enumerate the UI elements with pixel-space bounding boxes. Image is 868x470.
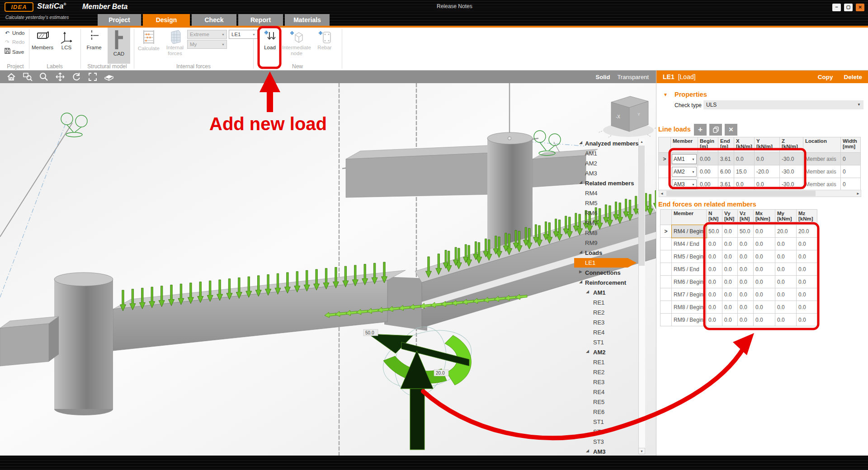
member-cell[interactable]: RM8 / Begin xyxy=(672,301,707,314)
y-load-cell[interactable]: -20.0 xyxy=(755,165,780,178)
member-dropdown[interactable]: AM3▼ xyxy=(672,179,697,189)
zoom-icon[interactable] xyxy=(39,72,49,82)
vy-cell[interactable]: 0.0 xyxy=(722,238,738,250)
tree-item-re5[interactable]: RE5 xyxy=(593,397,604,407)
n-cell[interactable]: 0.0 xyxy=(707,263,722,276)
member-dropdown[interactable]: AM2▼ xyxy=(672,167,697,177)
redo-button[interactable]: ↷Redo xyxy=(4,39,25,47)
home-icon[interactable] xyxy=(6,72,16,82)
n-cell[interactable]: 0.0 xyxy=(707,250,722,263)
z-load-cell[interactable]: -30.0 xyxy=(780,178,803,191)
width-cell[interactable]: 0 xyxy=(841,153,861,165)
add-line-load-button[interactable]: + xyxy=(694,124,707,136)
row-selector[interactable] xyxy=(660,238,672,250)
scroll-right-icon[interactable]: ► xyxy=(856,192,860,196)
member-dropdown[interactable]: AM1▼ xyxy=(672,154,697,164)
member-cell[interactable]: RM4 / End xyxy=(672,238,707,250)
vy-cell[interactable]: 0.0 xyxy=(722,250,738,263)
scrollbar-thumb[interactable] xyxy=(639,146,645,266)
add-load-button[interactable]: Load xyxy=(259,29,281,51)
width-cell[interactable]: 0 xyxy=(841,178,861,191)
save-button[interactable]: Save xyxy=(4,48,24,56)
vz-cell[interactable]: 0.0 xyxy=(738,250,754,263)
mx-cell[interactable]: 0.0 xyxy=(754,225,775,238)
row-selector[interactable] xyxy=(659,178,671,191)
tab-report[interactable]: Report xyxy=(238,14,283,26)
tab-design[interactable]: Design xyxy=(143,14,190,26)
tree-item-am3[interactable]: AM3 xyxy=(585,169,597,178)
begin-cell[interactable]: 0.00 xyxy=(698,165,718,178)
location-cell[interactable]: Member axis xyxy=(803,153,841,165)
collapse-triangle-icon[interactable]: ▼ xyxy=(663,92,668,97)
vy-cell[interactable]: 0.0 xyxy=(722,225,738,238)
member-cell[interactable]: RM7 / Begin xyxy=(672,288,707,301)
row-selector[interactable] xyxy=(660,288,672,301)
tree-item-related-members[interactable]: Related members xyxy=(585,179,634,188)
table-row[interactable]: RM7 / Begin0.00.00.00.00.00.0 xyxy=(660,288,817,301)
zoom-window-icon[interactable] xyxy=(23,72,33,82)
tree-item-am1[interactable]: AM1 xyxy=(593,288,605,297)
copy-button[interactable]: Copy xyxy=(818,74,833,80)
vz-cell[interactable]: 50.0 xyxy=(738,225,754,238)
mx-cell[interactable]: 0.0 xyxy=(754,288,775,301)
viewport-3d[interactable]: 50.0 20.0 -X Y xyxy=(0,83,656,456)
scroll-up-icon[interactable]: ▲ xyxy=(638,139,645,145)
tree-item-reinforcement[interactable]: Reinforcement xyxy=(585,278,626,287)
tree-item-re4[interactable]: RE4 xyxy=(593,387,604,397)
tree-item-re6[interactable]: RE6 xyxy=(593,407,604,417)
vz-cell[interactable]: 0.0 xyxy=(738,314,754,326)
member-cell[interactable]: RM5 / Begin xyxy=(672,250,707,263)
y-load-cell[interactable]: 0.0 xyxy=(755,153,780,165)
rebar-button[interactable]: Rebar xyxy=(313,29,336,51)
transparent-view-toggle[interactable]: Transparent xyxy=(617,74,649,80)
table-row[interactable]: RM5 / Begin0.00.00.00.00.00.0 xyxy=(660,250,817,263)
tree-item-re3[interactable]: RE3 xyxy=(593,318,604,327)
row-selector[interactable] xyxy=(659,165,671,178)
tree-item-st1[interactable]: ST1 xyxy=(593,338,604,347)
my-cell[interactable]: 20.0 xyxy=(775,225,797,238)
row-selector[interactable]: > xyxy=(660,225,672,238)
tree-item-re2[interactable]: RE2 xyxy=(593,308,604,317)
members-button[interactable]: Members xyxy=(30,29,55,51)
member-cell[interactable]: RM4 / Begin xyxy=(672,225,707,238)
my-cell[interactable]: 0.0 xyxy=(775,301,797,314)
table-row[interactable]: AM2▼0.006.0015.0-20.0-30.0Member axis0 xyxy=(659,165,861,178)
tree-item-connections[interactable]: Connections xyxy=(585,268,621,277)
solid-view-icon[interactable] xyxy=(104,72,114,82)
my-dropdown[interactable]: My▼ xyxy=(187,40,227,49)
release-notes-link[interactable]: Release Notes xyxy=(437,3,472,9)
member-cell[interactable]: RM9 / Begin xyxy=(672,314,707,326)
tab-project[interactable]: Project xyxy=(98,14,141,26)
solid-view-toggle[interactable]: Solid xyxy=(596,74,610,80)
width-cell[interactable]: 0 xyxy=(841,165,861,178)
n-cell[interactable]: 0.0 xyxy=(707,288,722,301)
tree-item-rm6[interactable]: RM6 xyxy=(585,208,597,218)
tree-item-st1[interactable]: ST1 xyxy=(593,417,604,427)
maximize-button[interactable]: ▢ xyxy=(844,4,853,11)
my-cell[interactable]: 0.0 xyxy=(775,314,797,326)
y-load-cell[interactable]: 0.0 xyxy=(755,178,780,191)
my-cell[interactable]: 0.0 xyxy=(775,288,797,301)
delete-button[interactable]: Delete xyxy=(844,74,862,80)
tree-item-rm9[interactable]: RM9 xyxy=(585,238,597,248)
tree-item-analyzed-members[interactable]: Analyzed members xyxy=(585,139,639,148)
vz-cell[interactable]: 0.0 xyxy=(738,288,754,301)
end-cell[interactable]: 6.00 xyxy=(718,165,734,178)
mz-cell[interactable]: 20.0 xyxy=(797,225,817,238)
x-load-cell[interactable]: 0.0 xyxy=(734,178,755,191)
tree-item-am2[interactable]: AM2 xyxy=(585,159,597,168)
my-cell[interactable]: 0.0 xyxy=(775,276,797,288)
x-load-cell[interactable]: 0.0 xyxy=(734,153,755,165)
mz-cell[interactable]: 0.0 xyxy=(797,301,817,314)
scroll-left-icon[interactable]: ◄ xyxy=(660,192,664,196)
begin-cell[interactable]: 0.00 xyxy=(698,153,718,165)
table-row[interactable]: AM3▼0.003.610.00.0-30.0Member axis0 xyxy=(659,178,861,191)
mx-cell[interactable]: 0.0 xyxy=(754,250,775,263)
tree-item-re3[interactable]: RE3 xyxy=(593,377,604,387)
z-load-cell[interactable]: -30.0 xyxy=(780,153,803,165)
mz-cell[interactable]: 0.0 xyxy=(797,263,817,276)
pan-icon[interactable] xyxy=(55,72,65,82)
mx-cell[interactable]: 0.0 xyxy=(754,276,775,288)
vy-cell[interactable]: 0.0 xyxy=(722,288,738,301)
tree-item-am3[interactable]: AM3 xyxy=(593,447,605,456)
